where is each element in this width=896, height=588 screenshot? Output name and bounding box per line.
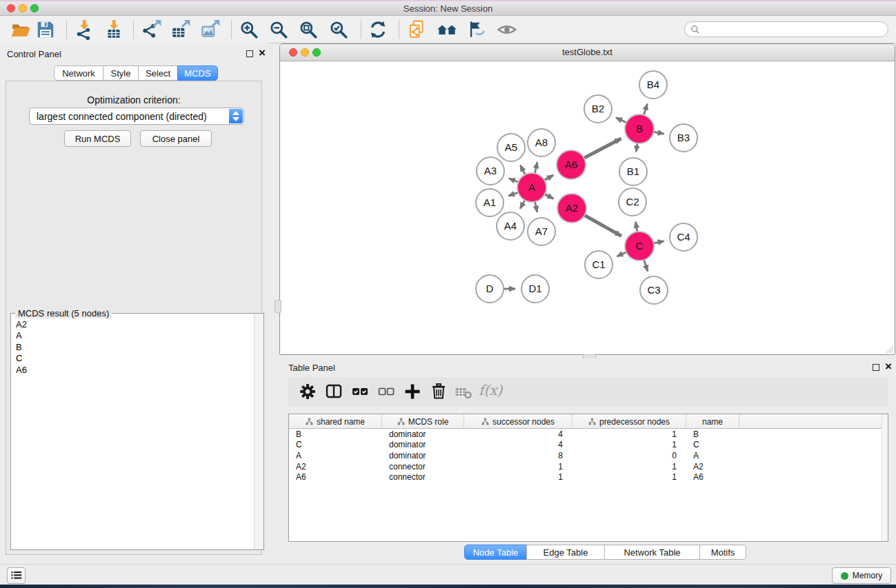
close-table-panel-icon[interactable]: × (885, 362, 892, 372)
graph-node-A[interactable]: A (517, 173, 546, 202)
table-cell[interactable]: 1 (464, 462, 573, 472)
node-table[interactable]: shared nameMCDS rolesuccessor nodesprede… (288, 414, 888, 542)
table-cell[interactable]: A (289, 451, 382, 460)
zoom-selected-button[interactable] (328, 19, 349, 40)
tab-style[interactable]: Style (103, 65, 139, 81)
clone-network-button[interactable] (407, 19, 428, 40)
graph-node-C4[interactable]: C4 (670, 223, 697, 251)
mcds-list-scrollbar[interactable] (254, 314, 263, 549)
hide-selected-button[interactable] (466, 19, 487, 40)
select-all-columns-button[interactable] (350, 382, 370, 401)
vertical-splitter-grip[interactable] (275, 300, 281, 313)
graph-node-B2[interactable]: B2 (584, 95, 612, 123)
graph-node-A3[interactable]: A3 (477, 157, 504, 185)
graph-node-D1[interactable]: D1 (521, 275, 549, 303)
graph-node-D[interactable]: D (476, 275, 504, 303)
graph-node-C1[interactable]: C1 (585, 251, 613, 278)
search-input[interactable] (703, 23, 885, 37)
table-cell[interactable]: B (289, 429, 382, 439)
column-header-successor-nodes[interactable]: successor nodes (464, 414, 573, 429)
add-row-button[interactable] (403, 382, 422, 401)
zoom-in-button[interactable] (239, 19, 259, 40)
mcds-result-item[interactable]: C (16, 353, 263, 364)
destroy-table-button[interactable] (454, 382, 473, 401)
graph-node-C2[interactable]: C2 (619, 188, 646, 216)
table-settings-button[interactable] (298, 382, 317, 401)
import-network-button[interactable] (74, 19, 94, 40)
table-cell[interactable]: dominator (382, 429, 464, 439)
export-network-button[interactable] (141, 19, 162, 40)
table-row[interactable]: A2connector11A2 (289, 461, 888, 472)
tab-network[interactable]: Network (54, 65, 103, 81)
table-cell[interactable]: A (686, 451, 739, 460)
panel-menu-button[interactable] (7, 567, 26, 584)
table-cell[interactable]: dominator (382, 440, 464, 449)
column-header-shared-name[interactable]: shared name (289, 414, 382, 429)
window-resize-grip-icon[interactable] (884, 344, 894, 354)
graph-node-A2[interactable]: A2 (557, 194, 586, 223)
export-image-button[interactable] (200, 19, 221, 40)
function-builder-button[interactable]: f(x) (479, 382, 502, 398)
table-cell[interactable]: 1 (573, 462, 686, 472)
memory-button[interactable]: Memory (832, 567, 891, 584)
apply-layout-button[interactable] (368, 19, 388, 40)
tab-node-table[interactable]: Node Table (464, 545, 527, 560)
table-cell[interactable]: 4 (464, 429, 573, 439)
close-panel-button[interactable]: Close panel (140, 130, 212, 147)
graph-node-A1[interactable]: A1 (476, 189, 504, 216)
graph-node-B[interactable]: B (625, 114, 654, 143)
tab-select[interactable]: Select (138, 65, 178, 81)
table-row[interactable]: Bdominator41B (289, 429, 888, 440)
table-cell[interactable]: 1 (573, 472, 686, 482)
tab-edge-table[interactable]: Edge Table (526, 545, 605, 560)
table-row[interactable]: A6connector11A6 (289, 472, 888, 483)
column-header-name[interactable]: name (686, 414, 739, 429)
close-panel-icon[interactable]: × (259, 48, 266, 58)
run-mcds-button[interactable]: Run MCDS (64, 130, 131, 147)
graph-edge-A2-C[interactable] (584, 214, 621, 236)
column-header-MCDS-role[interactable]: MCDS role (382, 414, 464, 429)
graph-node-B3[interactable]: B3 (670, 124, 697, 152)
graph-node-A6[interactable]: A6 (557, 150, 586, 179)
show-all-button[interactable] (497, 19, 517, 40)
home-view-button[interactable] (437, 19, 457, 40)
table-cell[interactable]: C (289, 440, 382, 449)
table-cell[interactable]: connector (382, 462, 464, 472)
open-session-button[interactable] (10, 19, 31, 40)
mcds-result-item[interactable]: B (16, 342, 263, 353)
graph-node-A7[interactable]: A7 (528, 218, 555, 245)
import-table-button[interactable] (103, 19, 124, 40)
tab-motifs[interactable]: Motifs (699, 545, 746, 560)
table-cell[interactable]: A6 (686, 472, 739, 482)
table-cell[interactable]: 1 (464, 472, 573, 482)
criterion-dropdown[interactable]: largest connected component (directed) (29, 108, 244, 125)
mcds-result-item[interactable]: A6 (16, 365, 263, 376)
network-window-titlebar[interactable]: testGlobe.txt (280, 44, 895, 61)
save-session-button[interactable] (35, 19, 56, 40)
show-columns-button[interactable] (324, 382, 344, 401)
column-header-predecessor-nodes[interactable]: predecessor nodes (573, 414, 686, 429)
table-cell[interactable]: A6 (289, 472, 382, 482)
table-cell[interactable]: A2 (289, 462, 382, 472)
table-scrollbar[interactable] (882, 414, 888, 541)
network-canvas[interactable]: AA1A2A3A4A5A6A7A8BB1B2B3B4CC1C2C3C4DD1 (280, 61, 895, 354)
graph-node-C[interactable]: C (625, 232, 654, 261)
deselect-all-columns-button[interactable] (377, 382, 396, 401)
table-cell[interactable]: 1 (573, 440, 686, 449)
float-table-panel-icon[interactable] (873, 364, 879, 371)
tab-mcds[interactable]: MCDS (177, 65, 218, 81)
table-row[interactable]: Adominator80A (289, 450, 888, 461)
table-cell[interactable]: C (686, 440, 739, 449)
graph-node-A4[interactable]: A4 (497, 212, 524, 240)
graph-node-C3[interactable]: C3 (640, 276, 668, 304)
table-cell[interactable]: 1 (573, 429, 686, 439)
mcds-result-item[interactable]: A2 (16, 319, 263, 330)
table-cell[interactable]: 4 (464, 440, 573, 449)
graph-edge-A6-B[interactable] (583, 139, 621, 159)
zoom-fit-button[interactable] (298, 19, 319, 40)
table-cell[interactable]: connector (382, 472, 464, 482)
table-cell[interactable]: B (686, 429, 739, 439)
table-row[interactable]: Cdominator41C (289, 440, 888, 451)
float-panel-icon[interactable] (246, 50, 253, 57)
search-field[interactable] (684, 21, 888, 37)
